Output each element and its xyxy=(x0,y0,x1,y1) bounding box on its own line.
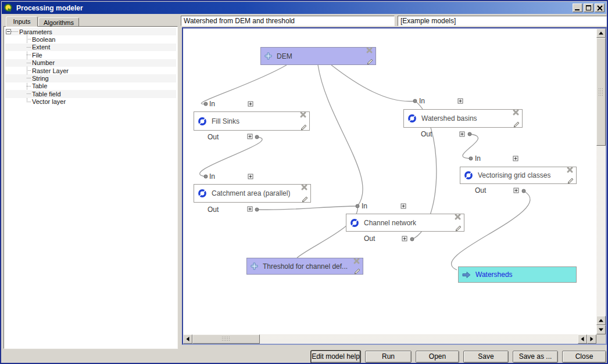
close-button[interactable] xyxy=(595,3,605,12)
scroll-left-button-2[interactable] xyxy=(578,334,587,344)
scroll-up-button[interactable] xyxy=(596,28,606,38)
save-button[interactable]: Save xyxy=(463,351,509,363)
down-arrow-icon xyxy=(599,329,603,331)
tree-item-label: Table xyxy=(32,82,47,89)
expand-icon[interactable] xyxy=(460,132,465,137)
remove-icon[interactable] xyxy=(566,166,574,174)
port-in-label: In xyxy=(209,100,215,108)
expand-icon[interactable] xyxy=(248,207,253,212)
remove-icon[interactable] xyxy=(454,213,462,221)
expand-icon[interactable] xyxy=(248,134,253,139)
edit-icon[interactable] xyxy=(299,123,307,131)
tree-item-boolean[interactable]: Boolean xyxy=(5,35,176,43)
tab-algorithms[interactable]: Algorithms xyxy=(38,17,79,27)
saga-algorithm-icon xyxy=(350,218,359,228)
node-catchment-area[interactable]: Catchment area (parallel) xyxy=(194,184,311,203)
model-name-input[interactable] xyxy=(181,16,395,26)
node-watershed-basins[interactable]: Watershed basins xyxy=(403,109,523,128)
node-title: Watershed basins xyxy=(421,114,477,122)
tree-item-label: Raster Layer xyxy=(32,67,69,74)
expand-icon[interactable] xyxy=(402,236,407,242)
tree-item-raster-layer[interactable]: Raster Layer xyxy=(5,67,176,74)
save-as-button[interactable]: Save as ... xyxy=(513,351,558,363)
canvas-horizontal-scrollbar[interactable] xyxy=(183,334,596,344)
horizontal-scroll-thumb[interactable] xyxy=(192,334,260,344)
left-arrow-icon xyxy=(187,337,189,341)
tree-collapse-icon[interactable] xyxy=(6,29,11,34)
port-out-label: Out xyxy=(421,130,432,138)
scroll-left-button[interactable] xyxy=(183,334,192,344)
port-in-label: In xyxy=(475,154,481,163)
edit-icon[interactable] xyxy=(353,267,361,275)
canvas-frame: DEM In Fill Sinks xyxy=(182,27,607,345)
connector-dot xyxy=(469,157,473,161)
tree-stub xyxy=(11,31,18,32)
tree-stub xyxy=(27,47,31,48)
qgis-app-icon xyxy=(4,3,13,12)
thumb-grip xyxy=(598,88,604,96)
remove-icon[interactable] xyxy=(353,257,361,265)
scroll-down-button[interactable] xyxy=(596,325,606,334)
connector-dot xyxy=(468,132,472,136)
node-watersheds[interactable]: Watersheds xyxy=(458,266,577,283)
node-title: DEM xyxy=(277,52,292,60)
edit-icon[interactable] xyxy=(454,224,462,232)
edit-icon[interactable] xyxy=(512,120,520,128)
titlebar[interactable]: Processing modeler xyxy=(2,2,606,14)
close-dialog-button[interactable]: Close xyxy=(562,351,606,363)
remove-icon[interactable] xyxy=(366,46,374,55)
tree-item-string[interactable]: String xyxy=(5,74,176,82)
scroll-up-button-2[interactable] xyxy=(596,316,606,325)
expand-icon[interactable] xyxy=(513,156,518,161)
edit-icon[interactable] xyxy=(366,57,374,66)
node-threshold[interactable]: Threshold for channel def... xyxy=(246,258,363,275)
node-title: Channel network xyxy=(364,219,416,227)
tree-item-extent[interactable]: Extent xyxy=(5,44,176,51)
minimize-button[interactable] xyxy=(573,3,582,12)
expand-icon[interactable] xyxy=(514,188,519,193)
tree-item-table[interactable]: Table xyxy=(5,82,176,90)
tree-item-vector-layer[interactable]: Vector layer xyxy=(5,98,176,106)
node-channel-network[interactable]: Channel network xyxy=(346,214,464,232)
port-out-label: Out xyxy=(208,133,219,141)
edit-icon[interactable] xyxy=(566,176,574,185)
edit-icon[interactable] xyxy=(301,195,309,203)
tree-stub xyxy=(27,55,31,55)
remove-icon[interactable] xyxy=(299,111,307,119)
vertical-scroll-thumb[interactable] xyxy=(596,38,606,146)
expand-icon[interactable] xyxy=(248,174,253,179)
remove-icon[interactable] xyxy=(512,109,520,117)
tree-stub xyxy=(27,86,31,87)
maximize-button[interactable] xyxy=(584,3,593,12)
expand-icon[interactable] xyxy=(248,102,253,107)
expand-icon[interactable] xyxy=(401,204,406,209)
connection-dem-channel-network xyxy=(318,65,363,206)
tree-item-number[interactable]: Number xyxy=(5,59,176,67)
open-button[interactable]: Open xyxy=(416,351,459,363)
node-fill-sinks[interactable]: Fill Sinks xyxy=(194,111,310,131)
node-dem[interactable]: DEM xyxy=(260,47,376,65)
remove-icon[interactable] xyxy=(301,183,309,192)
tree-item-file[interactable]: File xyxy=(5,51,176,59)
node-vectorising-grid-classes[interactable]: Vectorising grid classes xyxy=(460,167,577,184)
tree-item-table-field[interactable]: Table field xyxy=(5,90,176,98)
close-icon xyxy=(596,5,603,12)
connector-dot xyxy=(410,237,414,242)
tree-item-parameters[interactable]: Parameters xyxy=(5,28,176,35)
tree-stub xyxy=(27,78,31,78)
model-canvas[interactable]: DEM In Fill Sinks xyxy=(183,28,596,334)
tree-stub xyxy=(27,39,31,39)
scrollbar-corner xyxy=(596,334,606,344)
model-group-input[interactable] xyxy=(398,16,607,26)
canvas-vertical-scrollbar[interactable] xyxy=(596,28,606,334)
node-title: Watersheds xyxy=(475,271,513,279)
connection-fill-sinks-catchment xyxy=(200,137,263,176)
minimize-icon xyxy=(575,9,580,10)
scroll-right-button[interactable] xyxy=(587,334,596,344)
run-button[interactable]: Run xyxy=(365,351,412,363)
tab-inputs[interactable]: Inputs xyxy=(6,16,38,27)
tree-item-label: String xyxy=(32,75,49,82)
edit-model-help-button[interactable]: Edit model help xyxy=(311,351,360,363)
expand-icon[interactable] xyxy=(458,99,463,104)
window-title: Processing modeler xyxy=(16,4,83,12)
